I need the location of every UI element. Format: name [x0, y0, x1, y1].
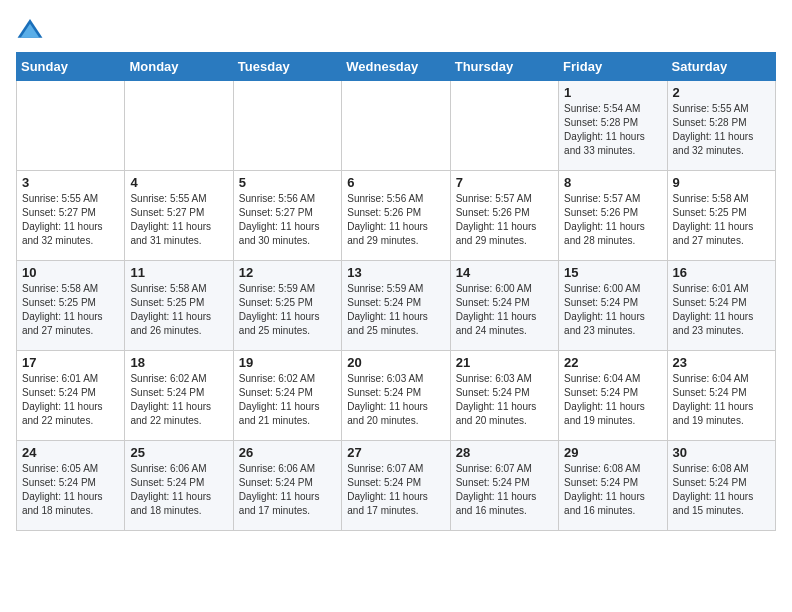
- calendar-cell: 12 Sunrise: 5:59 AMSunset: 5:25 PMDaylig…: [233, 261, 341, 351]
- day-info: Sunrise: 5:58 AMSunset: 5:25 PMDaylight:…: [673, 192, 770, 248]
- day-number: 12: [239, 265, 336, 280]
- day-info: Sunrise: 6:07 AMSunset: 5:24 PMDaylight:…: [347, 462, 444, 518]
- day-number: 3: [22, 175, 119, 190]
- day-info: Sunrise: 5:56 AMSunset: 5:26 PMDaylight:…: [347, 192, 444, 248]
- calendar-cell: 11 Sunrise: 5:58 AMSunset: 5:25 PMDaylig…: [125, 261, 233, 351]
- day-info: Sunrise: 5:55 AMSunset: 5:27 PMDaylight:…: [22, 192, 119, 248]
- calendar-cell: 19 Sunrise: 6:02 AMSunset: 5:24 PMDaylig…: [233, 351, 341, 441]
- calendar-header-saturday: Saturday: [667, 53, 775, 81]
- day-info: Sunrise: 6:01 AMSunset: 5:24 PMDaylight:…: [22, 372, 119, 428]
- calendar-cell: [342, 81, 450, 171]
- calendar-week-row: 17 Sunrise: 6:01 AMSunset: 5:24 PMDaylig…: [17, 351, 776, 441]
- calendar-cell: [233, 81, 341, 171]
- day-info: Sunrise: 6:02 AMSunset: 5:24 PMDaylight:…: [239, 372, 336, 428]
- calendar-cell: 5 Sunrise: 5:56 AMSunset: 5:27 PMDayligh…: [233, 171, 341, 261]
- day-info: Sunrise: 6:08 AMSunset: 5:24 PMDaylight:…: [564, 462, 661, 518]
- day-info: Sunrise: 6:01 AMSunset: 5:24 PMDaylight:…: [673, 282, 770, 338]
- calendar-header-monday: Monday: [125, 53, 233, 81]
- calendar-cell: 28 Sunrise: 6:07 AMSunset: 5:24 PMDaylig…: [450, 441, 558, 531]
- calendar-cell: 22 Sunrise: 6:04 AMSunset: 5:24 PMDaylig…: [559, 351, 667, 441]
- day-number: 4: [130, 175, 227, 190]
- calendar-header-wednesday: Wednesday: [342, 53, 450, 81]
- day-number: 17: [22, 355, 119, 370]
- day-number: 9: [673, 175, 770, 190]
- day-info: Sunrise: 5:56 AMSunset: 5:27 PMDaylight:…: [239, 192, 336, 248]
- calendar-cell: 13 Sunrise: 5:59 AMSunset: 5:24 PMDaylig…: [342, 261, 450, 351]
- calendar-week-row: 1 Sunrise: 5:54 AMSunset: 5:28 PMDayligh…: [17, 81, 776, 171]
- calendar-table: SundayMondayTuesdayWednesdayThursdayFrid…: [16, 52, 776, 531]
- day-info: Sunrise: 6:04 AMSunset: 5:24 PMDaylight:…: [673, 372, 770, 428]
- day-info: Sunrise: 5:58 AMSunset: 5:25 PMDaylight:…: [22, 282, 119, 338]
- calendar-cell: 25 Sunrise: 6:06 AMSunset: 5:24 PMDaylig…: [125, 441, 233, 531]
- calendar-week-row: 10 Sunrise: 5:58 AMSunset: 5:25 PMDaylig…: [17, 261, 776, 351]
- calendar-cell: 20 Sunrise: 6:03 AMSunset: 5:24 PMDaylig…: [342, 351, 450, 441]
- day-number: 27: [347, 445, 444, 460]
- day-number: 23: [673, 355, 770, 370]
- day-number: 15: [564, 265, 661, 280]
- day-number: 30: [673, 445, 770, 460]
- day-number: 20: [347, 355, 444, 370]
- calendar-cell: [450, 81, 558, 171]
- day-info: Sunrise: 6:08 AMSunset: 5:24 PMDaylight:…: [673, 462, 770, 518]
- day-number: 10: [22, 265, 119, 280]
- calendar-cell: 7 Sunrise: 5:57 AMSunset: 5:26 PMDayligh…: [450, 171, 558, 261]
- calendar-cell: 17 Sunrise: 6:01 AMSunset: 5:24 PMDaylig…: [17, 351, 125, 441]
- calendar-cell: 10 Sunrise: 5:58 AMSunset: 5:25 PMDaylig…: [17, 261, 125, 351]
- calendar-cell: 4 Sunrise: 5:55 AMSunset: 5:27 PMDayligh…: [125, 171, 233, 261]
- calendar-cell: 1 Sunrise: 5:54 AMSunset: 5:28 PMDayligh…: [559, 81, 667, 171]
- logo-icon: [16, 16, 44, 44]
- day-info: Sunrise: 6:02 AMSunset: 5:24 PMDaylight:…: [130, 372, 227, 428]
- day-number: 26: [239, 445, 336, 460]
- calendar-header-tuesday: Tuesday: [233, 53, 341, 81]
- day-number: 28: [456, 445, 553, 460]
- day-info: Sunrise: 5:58 AMSunset: 5:25 PMDaylight:…: [130, 282, 227, 338]
- calendar-header-thursday: Thursday: [450, 53, 558, 81]
- day-number: 24: [22, 445, 119, 460]
- day-number: 18: [130, 355, 227, 370]
- day-info: Sunrise: 6:00 AMSunset: 5:24 PMDaylight:…: [456, 282, 553, 338]
- day-number: 25: [130, 445, 227, 460]
- calendar-week-row: 3 Sunrise: 5:55 AMSunset: 5:27 PMDayligh…: [17, 171, 776, 261]
- day-info: Sunrise: 5:55 AMSunset: 5:28 PMDaylight:…: [673, 102, 770, 158]
- calendar-cell: 26 Sunrise: 6:06 AMSunset: 5:24 PMDaylig…: [233, 441, 341, 531]
- calendar-header-friday: Friday: [559, 53, 667, 81]
- day-number: 22: [564, 355, 661, 370]
- day-info: Sunrise: 6:05 AMSunset: 5:24 PMDaylight:…: [22, 462, 119, 518]
- calendar-week-row: 24 Sunrise: 6:05 AMSunset: 5:24 PMDaylig…: [17, 441, 776, 531]
- day-info: Sunrise: 6:03 AMSunset: 5:24 PMDaylight:…: [456, 372, 553, 428]
- day-info: Sunrise: 6:03 AMSunset: 5:24 PMDaylight:…: [347, 372, 444, 428]
- calendar-cell: 8 Sunrise: 5:57 AMSunset: 5:26 PMDayligh…: [559, 171, 667, 261]
- day-info: Sunrise: 5:57 AMSunset: 5:26 PMDaylight:…: [564, 192, 661, 248]
- day-number: 1: [564, 85, 661, 100]
- day-number: 11: [130, 265, 227, 280]
- day-number: 13: [347, 265, 444, 280]
- calendar-cell: 9 Sunrise: 5:58 AMSunset: 5:25 PMDayligh…: [667, 171, 775, 261]
- calendar-cell: 29 Sunrise: 6:08 AMSunset: 5:24 PMDaylig…: [559, 441, 667, 531]
- day-info: Sunrise: 5:57 AMSunset: 5:26 PMDaylight:…: [456, 192, 553, 248]
- calendar-cell: 15 Sunrise: 6:00 AMSunset: 5:24 PMDaylig…: [559, 261, 667, 351]
- calendar-cell: 18 Sunrise: 6:02 AMSunset: 5:24 PMDaylig…: [125, 351, 233, 441]
- calendar-cell: 16 Sunrise: 6:01 AMSunset: 5:24 PMDaylig…: [667, 261, 775, 351]
- calendar-cell: 6 Sunrise: 5:56 AMSunset: 5:26 PMDayligh…: [342, 171, 450, 261]
- day-info: Sunrise: 6:06 AMSunset: 5:24 PMDaylight:…: [130, 462, 227, 518]
- calendar-cell: 30 Sunrise: 6:08 AMSunset: 5:24 PMDaylig…: [667, 441, 775, 531]
- day-number: 6: [347, 175, 444, 190]
- calendar-cell: [17, 81, 125, 171]
- page-header: [16, 16, 776, 44]
- day-info: Sunrise: 6:00 AMSunset: 5:24 PMDaylight:…: [564, 282, 661, 338]
- day-number: 7: [456, 175, 553, 190]
- calendar-cell: 2 Sunrise: 5:55 AMSunset: 5:28 PMDayligh…: [667, 81, 775, 171]
- calendar-header-row: SundayMondayTuesdayWednesdayThursdayFrid…: [17, 53, 776, 81]
- day-number: 2: [673, 85, 770, 100]
- calendar-cell: 14 Sunrise: 6:00 AMSunset: 5:24 PMDaylig…: [450, 261, 558, 351]
- calendar-cell: 27 Sunrise: 6:07 AMSunset: 5:24 PMDaylig…: [342, 441, 450, 531]
- day-number: 14: [456, 265, 553, 280]
- day-info: Sunrise: 6:06 AMSunset: 5:24 PMDaylight:…: [239, 462, 336, 518]
- calendar-header-sunday: Sunday: [17, 53, 125, 81]
- day-info: Sunrise: 6:07 AMSunset: 5:24 PMDaylight:…: [456, 462, 553, 518]
- day-number: 21: [456, 355, 553, 370]
- calendar-cell: 23 Sunrise: 6:04 AMSunset: 5:24 PMDaylig…: [667, 351, 775, 441]
- day-number: 19: [239, 355, 336, 370]
- logo: [16, 16, 48, 44]
- calendar-cell: 24 Sunrise: 6:05 AMSunset: 5:24 PMDaylig…: [17, 441, 125, 531]
